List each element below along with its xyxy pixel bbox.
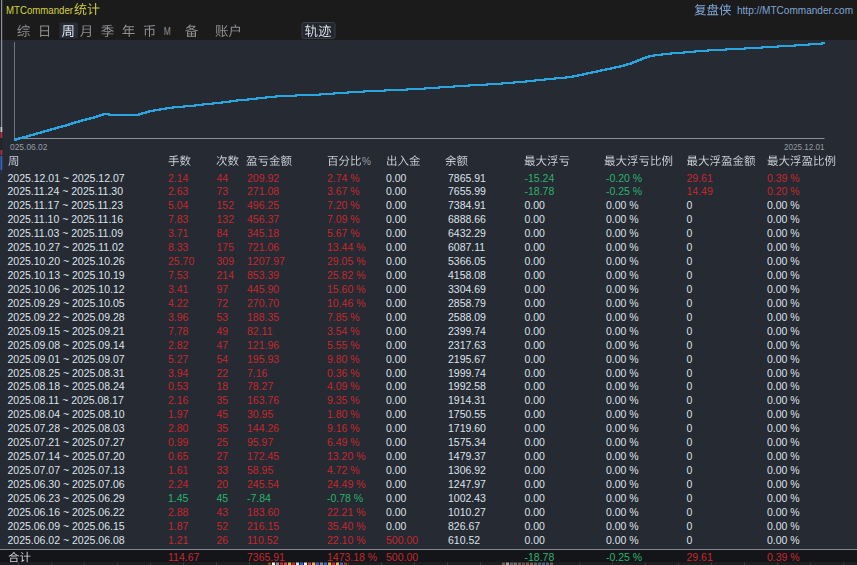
svg-text:2025.10.13 ~ 2025.10.19: 2025.10.13 ~ 2025.10.19 xyxy=(8,269,125,281)
svg-text:2025.08.18 ~ 2025.08.24: 2025.08.18 ~ 2025.08.24 xyxy=(8,380,125,392)
svg-text:2025.09.29 ~ 2025.10.05: 2025.09.29 ~ 2025.10.05 xyxy=(8,297,125,309)
svg-text:0.00: 0.00 xyxy=(386,255,407,267)
svg-text:3.41: 3.41 xyxy=(168,283,189,295)
svg-text:500.00: 500.00 xyxy=(386,534,418,546)
svg-text:216.15: 216.15 xyxy=(247,520,279,532)
svg-text:0.00 %: 0.00 % xyxy=(767,464,800,476)
svg-text:7655.99: 7655.99 xyxy=(448,185,486,197)
svg-text:0.00: 0.00 xyxy=(525,255,546,267)
svg-text:188.35: 188.35 xyxy=(247,311,279,323)
svg-text:0.00 %: 0.00 % xyxy=(767,199,800,211)
svg-text:0: 0 xyxy=(687,339,693,351)
svg-text:0.00: 0.00 xyxy=(525,213,546,225)
svg-text:2.63: 2.63 xyxy=(168,185,189,197)
svg-text:25: 25 xyxy=(217,436,229,448)
svg-text:30.95: 30.95 xyxy=(247,408,273,420)
svg-text:29.61: 29.61 xyxy=(687,172,713,184)
svg-text:0.00 %: 0.00 % xyxy=(767,311,800,323)
svg-text:132: 132 xyxy=(217,213,235,225)
svg-text:0: 0 xyxy=(687,520,693,532)
svg-text:7384.91: 7384.91 xyxy=(448,199,486,211)
svg-text:2025.11.17 ~ 2025.11.23: 2025.11.17 ~ 2025.11.23 xyxy=(8,199,124,211)
svg-text:27: 27 xyxy=(217,450,229,462)
svg-text:0: 0 xyxy=(687,394,693,406)
svg-text:0: 0 xyxy=(687,213,693,225)
svg-text:0.00: 0.00 xyxy=(525,227,546,239)
svg-text:309: 309 xyxy=(217,255,235,267)
svg-text:0.00: 0.00 xyxy=(386,241,407,253)
svg-text:0.00: 0.00 xyxy=(525,520,546,532)
svg-text:-18.78: -18.78 xyxy=(525,551,555,563)
svg-text:0.00: 0.00 xyxy=(525,269,546,281)
svg-text:163.76: 163.76 xyxy=(247,394,279,406)
svg-text:2025.06.02 ~ 2025.06.08: 2025.06.02 ~ 2025.06.08 xyxy=(8,534,125,546)
svg-text:0: 0 xyxy=(687,408,693,420)
svg-text:2025.11.03 ~ 2025.11.09: 2025.11.03 ~ 2025.11.09 xyxy=(8,227,124,239)
svg-text:0: 0 xyxy=(687,506,693,518)
svg-text:22.21 %: 22.21 % xyxy=(327,506,366,518)
svg-text:2025.09.01 ~ 2025.09.07: 2025.09.01 ~ 2025.09.07 xyxy=(8,353,125,365)
svg-text:0.00 %: 0.00 % xyxy=(767,283,800,295)
svg-text:43: 43 xyxy=(217,506,229,518)
svg-text:1002.43: 1002.43 xyxy=(448,492,486,504)
svg-text:0.00: 0.00 xyxy=(386,269,407,281)
svg-text:2317.63: 2317.63 xyxy=(448,339,486,351)
svg-text:7865.91: 7865.91 xyxy=(448,172,486,184)
svg-text:0.00 %: 0.00 % xyxy=(767,367,800,379)
svg-text:2.14: 2.14 xyxy=(168,172,189,184)
svg-text:0.00 %: 0.00 % xyxy=(767,213,800,225)
svg-text:214: 214 xyxy=(217,269,235,281)
svg-text:http://MTCommander.com: http://MTCommander.com xyxy=(737,4,853,16)
svg-text:0.00: 0.00 xyxy=(525,408,546,420)
svg-text:0.00: 0.00 xyxy=(525,297,546,309)
svg-text:-0.20 %: -0.20 % xyxy=(606,172,642,184)
svg-text:49: 49 xyxy=(217,325,229,337)
svg-text:2399.74: 2399.74 xyxy=(448,325,486,337)
svg-text:183.60: 183.60 xyxy=(247,506,279,518)
svg-text:610.52: 610.52 xyxy=(448,534,480,546)
svg-text:25.82 %: 25.82 % xyxy=(327,269,366,281)
svg-text:2025.06.30 ~ 2025.07.06: 2025.06.30 ~ 2025.07.06 xyxy=(8,478,125,490)
svg-text:0.00: 0.00 xyxy=(386,213,407,225)
svg-text:58.95: 58.95 xyxy=(247,464,273,476)
svg-text:2025.07.14 ~ 2025.07.20: 2025.07.14 ~ 2025.07.20 xyxy=(8,450,125,462)
svg-text:0: 0 xyxy=(687,436,693,448)
svg-text:54: 54 xyxy=(217,353,229,365)
svg-text:7.83: 7.83 xyxy=(168,213,189,225)
svg-text:0.00 %: 0.00 % xyxy=(606,520,639,532)
svg-text:0.00: 0.00 xyxy=(525,199,546,211)
svg-text:10.46 %: 10.46 % xyxy=(327,297,366,309)
svg-text:0.53: 0.53 xyxy=(168,380,189,392)
svg-text:175: 175 xyxy=(217,241,235,253)
svg-text:35.40 %: 35.40 % xyxy=(327,520,366,532)
svg-text:1999.74: 1999.74 xyxy=(448,367,486,379)
svg-text:0.00: 0.00 xyxy=(386,367,407,379)
svg-text:7.53: 7.53 xyxy=(168,269,189,281)
svg-text:0.00 %: 0.00 % xyxy=(606,478,639,490)
svg-text:114.67: 114.67 xyxy=(168,551,199,563)
svg-text:MTCommander: MTCommander xyxy=(6,4,73,16)
svg-text:2025.09.08 ~ 2025.09.14: 2025.09.08 ~ 2025.09.14 xyxy=(8,339,125,351)
svg-text:2025.07.07 ~ 2025.07.13: 2025.07.07 ~ 2025.07.13 xyxy=(8,464,125,476)
svg-text:1575.34: 1575.34 xyxy=(448,436,486,448)
svg-text:445.90: 445.90 xyxy=(247,283,279,295)
svg-text:0.00: 0.00 xyxy=(386,450,407,462)
svg-text:2025.12.01 ~ 2025.12.07: 2025.12.01 ~ 2025.12.07 xyxy=(8,172,125,184)
svg-text:35: 35 xyxy=(217,394,229,406)
svg-text:0.39 %: 0.39 % xyxy=(767,172,800,184)
svg-text:2025.08.04 ~ 2025.08.10: 2025.08.04 ~ 2025.08.10 xyxy=(8,408,125,420)
svg-text:26: 26 xyxy=(217,534,229,546)
svg-text:2025.10.27 ~ 2025.11.02: 2025.10.27 ~ 2025.11.02 xyxy=(8,241,124,253)
svg-text:0: 0 xyxy=(687,255,693,267)
svg-text:2025.07.28 ~ 2025.08.03: 2025.07.28 ~ 2025.08.03 xyxy=(8,422,125,434)
svg-text:121.96: 121.96 xyxy=(247,339,279,351)
svg-text:0.00 %: 0.00 % xyxy=(767,255,800,267)
svg-text:%: % xyxy=(362,156,371,167)
svg-text:-0.25 %: -0.25 % xyxy=(606,551,642,563)
svg-text:-18.78: -18.78 xyxy=(525,185,555,197)
svg-text:0: 0 xyxy=(687,241,693,253)
svg-text:0.00: 0.00 xyxy=(386,394,407,406)
svg-text:29.61: 29.61 xyxy=(687,551,713,563)
svg-text:721.06: 721.06 xyxy=(247,241,279,253)
svg-text:2025.08.25 ~ 2025.08.31: 2025.08.25 ~ 2025.08.31 xyxy=(8,367,125,379)
